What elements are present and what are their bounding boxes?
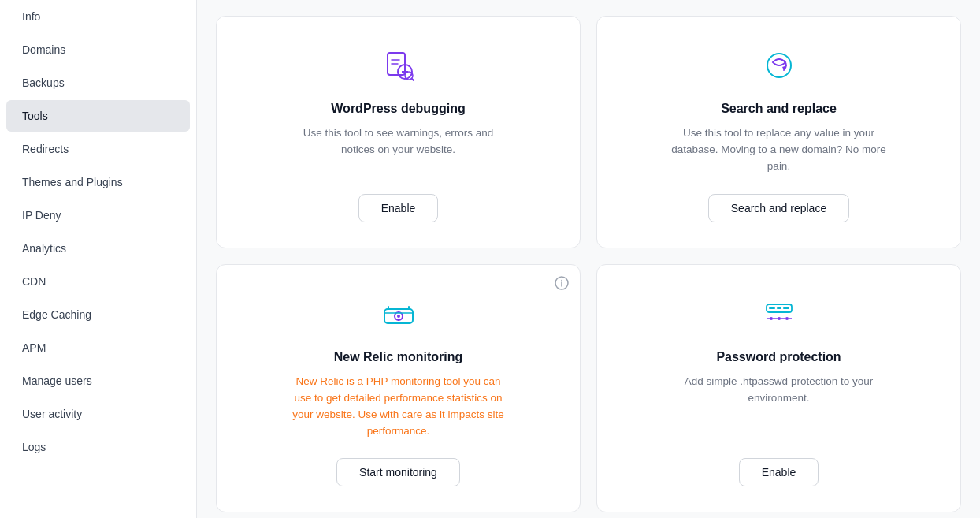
card-desc-new-relic: New Relic is a PHP monitoring tool you c… xyxy=(288,374,509,440)
card-search-replace: Search and replace Use this tool to repl… xyxy=(596,16,961,248)
card-title-new-relic: New Relic monitoring xyxy=(334,350,463,364)
card-password-protection: Password protection Add simple .htpasswd… xyxy=(596,264,961,513)
sidebar-item-redirects[interactable]: Redirects xyxy=(6,133,190,165)
sidebar-item-domains[interactable]: Domains xyxy=(6,34,190,65)
svg-point-23 xyxy=(778,317,781,320)
sidebar-item-tools[interactable]: Tools xyxy=(6,100,190,132)
sidebar-item-edge-caching[interactable]: Edge Caching xyxy=(6,299,190,330)
card-title-wp-debugging: WordPress debugging xyxy=(331,102,465,116)
card-title-search-replace: Search and replace xyxy=(721,102,837,116)
svg-point-24 xyxy=(785,317,789,320)
sidebar-item-manage-users[interactable]: Manage users xyxy=(6,365,190,397)
svg-point-11 xyxy=(561,279,562,281)
card-icon-search-replace xyxy=(755,42,803,89)
sidebar-item-ip-deny[interactable]: IP Deny xyxy=(6,199,190,231)
sidebar-item-logs[interactable]: Logs xyxy=(6,431,190,463)
sidebar-item-themes-plugins[interactable]: Themes and Plugins xyxy=(6,166,190,198)
sidebar: InfoDomainsBackupsToolsRedirectsThemes a… xyxy=(0,0,197,518)
card-desc-search-replace: Use this tool to replace any value in yo… xyxy=(669,125,889,175)
card-icon-new-relic xyxy=(375,290,422,337)
card-btn-new-relic[interactable]: Start monitoring xyxy=(336,458,460,486)
card-btn-search-replace[interactable]: Search and replace xyxy=(708,194,849,222)
card-wp-debugging: WordPress debugging Use this tool to see… xyxy=(216,16,581,248)
card-icon-wp-debugging xyxy=(375,42,422,89)
card-desc-wp-debugging: Use this tool to see warnings, errors an… xyxy=(288,125,509,158)
sidebar-item-backups[interactable]: Backups xyxy=(6,67,190,99)
tools-grid: WordPress debugging Use this tool to see… xyxy=(216,16,961,512)
svg-line-5 xyxy=(411,79,414,81)
svg-point-14 xyxy=(397,315,400,318)
sidebar-item-user-activity[interactable]: User activity xyxy=(6,398,190,430)
main-content: WordPress debugging Use this tool to see… xyxy=(197,0,980,518)
card-desc-password-protection: Add simple .htpasswd protection to your … xyxy=(669,374,889,407)
svg-point-22 xyxy=(770,317,773,320)
info-icon[interactable] xyxy=(555,276,569,290)
card-title-password-protection: Password protection xyxy=(716,350,841,364)
card-btn-wp-debugging[interactable]: Enable xyxy=(358,194,439,222)
sidebar-item-info[interactable]: Info xyxy=(6,1,190,32)
card-new-relic: New Relic monitoring New Relic is a PHP … xyxy=(216,264,581,513)
sidebar-item-cdn[interactable]: CDN xyxy=(6,266,190,297)
sidebar-item-apm[interactable]: APM xyxy=(6,332,190,363)
card-btn-password-protection[interactable]: Enable xyxy=(739,458,819,486)
sidebar-item-analytics[interactable]: Analytics xyxy=(6,233,190,264)
card-icon-password-protection xyxy=(755,290,803,337)
